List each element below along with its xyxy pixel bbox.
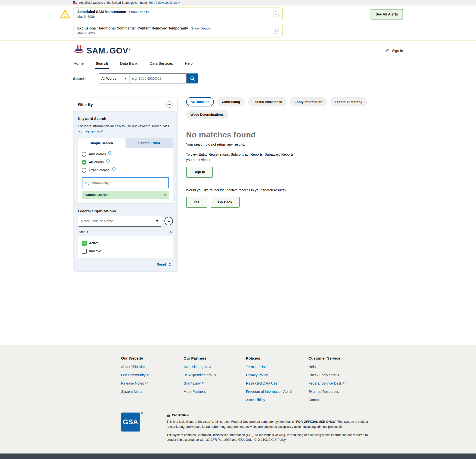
- help-guide-link[interactable]: help guide: [84, 129, 103, 134]
- footer-column-customer-service: Customer Service Help Check Entity Statu…: [309, 356, 371, 406]
- sign-in-button[interactable]: Sign In: [186, 167, 213, 178]
- footer-link-more-partners[interactable]: More Partners: [184, 390, 206, 394]
- footer-link-our-community[interactable]: Our Community: [121, 373, 150, 377]
- checkbox-active[interactable]: [82, 241, 87, 246]
- go-back-button[interactable]: Go Back: [211, 197, 240, 208]
- radio-any-words[interactable]: [82, 152, 86, 157]
- checkbox-inactive-label: Inactive: [89, 249, 101, 253]
- see-all-alerts-button[interactable]: See All Alerts: [371, 9, 403, 19]
- footer-link-about-this-site[interactable]: About This Site: [121, 365, 145, 369]
- tab-search-editor[interactable]: Search Editor: [126, 138, 173, 148]
- info-icon[interactable]: i: [106, 159, 110, 163]
- search-input[interactable]: [129, 73, 187, 83]
- alert-date: Mar 6, 2026: [77, 31, 267, 35]
- sign-in-link[interactable]: Sign In: [386, 48, 403, 53]
- warning-paragraph: This is a U.S. General Services Administ…: [167, 420, 370, 429]
- alert-item: Scheduled SAM Maintenance Show Details M…: [73, 7, 283, 21]
- nav-item-help[interactable]: Help: [184, 58, 193, 69]
- show-details-link[interactable]: Show Details: [191, 26, 211, 30]
- footer-link-contact[interactable]: Contact: [309, 398, 321, 402]
- external-link-icon: [147, 374, 150, 377]
- pill-wage-determinations[interactable]: Wage Determinations: [186, 110, 228, 119]
- checkbox-inactive[interactable]: [82, 249, 87, 254]
- status-section-header[interactable]: Status: [78, 227, 173, 236]
- gsa-registered-mark: ®: [141, 412, 143, 414]
- brand-text: SAM★GOV®: [87, 46, 131, 55]
- system-warning-block: WARNING This is a U.S. General Services …: [167, 413, 370, 446]
- external-link-icon: [208, 365, 211, 368]
- collapse-filters-button[interactable]: −: [166, 101, 173, 108]
- status-heading: Status: [79, 230, 88, 234]
- info-icon[interactable]: i: [112, 167, 116, 171]
- status-options-box: Active Inactive: [78, 236, 173, 258]
- radio-all-words[interactable]: [82, 160, 86, 165]
- footer-link-terms-of-use[interactable]: Terms of Use: [246, 365, 267, 369]
- checkbox-active-label: Active: [89, 241, 99, 245]
- chip-remove-icon[interactable]: ×: [164, 193, 166, 197]
- footer-link-check-entity-status[interactable]: Check Entity Status: [309, 373, 339, 377]
- radio-exact-phrase[interactable]: [82, 168, 86, 173]
- radio-all-words-label: All Words: [89, 160, 104, 164]
- search-button[interactable]: [187, 73, 198, 83]
- footer-link-release-notes[interactable]: Release Notes: [121, 381, 148, 385]
- footer-link-usaspending-gov[interactable]: USASpending.gov: [184, 373, 216, 377]
- inactive-records-question: Would you like to include inactive recor…: [186, 188, 403, 192]
- chevron-down-icon: [178, 2, 180, 3]
- footer-link-foia[interactable]: Freedom of Information Act: [246, 390, 292, 394]
- federal-organizations-heading: Federal Organizations: [78, 209, 173, 213]
- external-link-icon: [343, 382, 346, 385]
- nav-item-data-services[interactable]: Data Services: [149, 58, 173, 69]
- more-organizations-button[interactable]: ...: [164, 217, 173, 225]
- search-label: Search: [73, 76, 86, 81]
- footer-link-accessibility[interactable]: Accessibility: [246, 398, 265, 402]
- footer-link-help[interactable]: Help: [309, 365, 316, 369]
- keyword-input[interactable]: [82, 177, 169, 188]
- warning-triangle-icon: [60, 9, 70, 20]
- domain-filter-pills: All Domains Contracting Federal Assistan…: [186, 97, 403, 119]
- caret-down-icon: [156, 220, 159, 222]
- external-link-icon: [213, 374, 216, 377]
- main-nav: Home Search Data Bank Data Services Help: [0, 58, 476, 69]
- pill-all-domains[interactable]: All Domains: [186, 97, 214, 106]
- federal-organizations-select[interactable]: Enter Code or Name: [78, 216, 162, 227]
- star-icon: ★: [106, 50, 109, 54]
- footer-link-privacy-policy[interactable]: Privacy Policy: [246, 373, 268, 377]
- nav-item-data-bank[interactable]: Data Bank: [120, 58, 138, 69]
- how-you-know-link[interactable]: Here's how you know: [149, 1, 180, 4]
- nav-item-home[interactable]: Home: [73, 58, 84, 69]
- top-hat-icon: [73, 45, 85, 56]
- gov-banner-text: An official website of the United States…: [79, 1, 147, 4]
- dark-footer: SAM.gov An official website of the U.S. …: [0, 454, 476, 459]
- pill-contracting[interactable]: Contracting: [217, 97, 245, 106]
- nav-item-search[interactable]: Search: [95, 58, 109, 69]
- pill-federal-assistance[interactable]: Federal Assistance: [248, 97, 287, 106]
- tab-simple-search[interactable]: Simple Search: [78, 138, 125, 148]
- footer-link-acquisition-gov[interactable]: Acquisition.gov: [184, 365, 211, 369]
- external-link-icon: [145, 382, 148, 385]
- external-link-icon: [202, 382, 205, 385]
- chevron-up-icon: [169, 231, 172, 233]
- pill-entity-information[interactable]: Entity Information: [290, 97, 327, 106]
- search-icon: [190, 76, 195, 81]
- close-icon[interactable]: ×: [273, 11, 279, 17]
- check-icon: [82, 242, 86, 244]
- sign-in-note: To view Entity Registrations, Subcontrac…: [186, 152, 294, 163]
- footer-link-external-resources[interactable]: External Resources: [309, 390, 339, 394]
- search-type-select[interactable]: All Words: [99, 73, 129, 83]
- sam-gov-logo[interactable]: SAM★GOV®: [73, 45, 131, 56]
- footer-link-system-alerts[interactable]: System Alerts: [121, 390, 143, 394]
- footer-link-federal-service-desk[interactable]: Federal Service Desk: [309, 381, 346, 385]
- alerts-section: Scheduled SAM Maintenance Show Details M…: [0, 5, 476, 41]
- pill-federal-hierarchy[interactable]: Federal Hierarchy: [330, 97, 367, 106]
- close-icon[interactable]: ×: [273, 28, 279, 34]
- reset-filters-link[interactable]: Reset: [78, 258, 173, 268]
- alert-list: Scheduled SAM Maintenance Show Details M…: [73, 7, 283, 37]
- show-details-link[interactable]: Show Details: [129, 10, 149, 14]
- footer-link-grants-gov[interactable]: Grants.gov: [184, 381, 205, 385]
- no-matches-heading: No matches found: [186, 130, 403, 139]
- info-icon[interactable]: i: [108, 151, 112, 155]
- us-flag-icon: [73, 1, 77, 4]
- yes-button[interactable]: Yes: [186, 197, 207, 208]
- footer-link-restricted-data-use[interactable]: Restricted Data Use: [246, 381, 277, 385]
- radio-any-words-label: Any Words: [89, 152, 106, 156]
